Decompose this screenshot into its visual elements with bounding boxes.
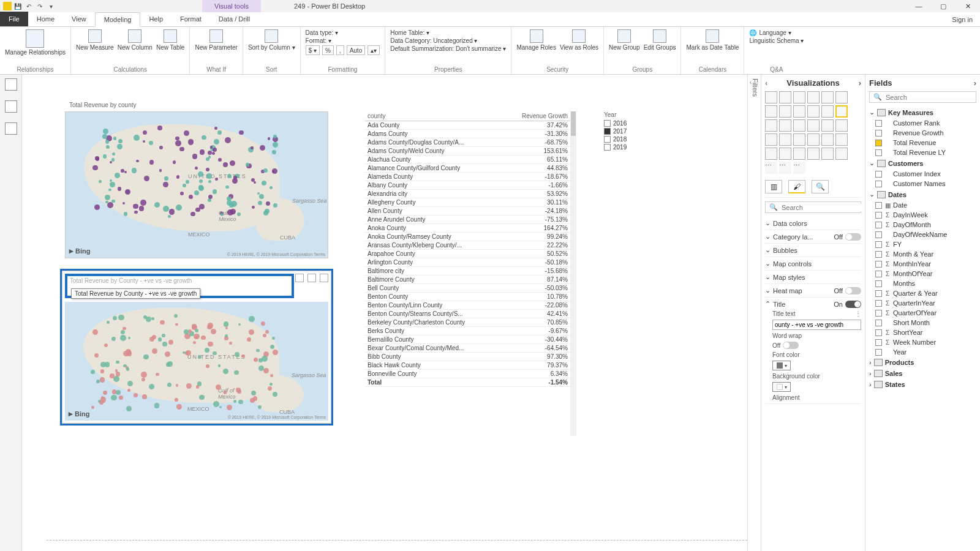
vis-type-icon[interactable] [779, 148, 791, 160]
model-view-icon[interactable] [5, 122, 17, 135]
fields-field-row[interactable]: Revenue Growth [875, 128, 976, 138]
table-row[interactable]: Bernalillo County-30.44% [365, 335, 570, 344]
fmt-bg-color-picker[interactable]: ▾ [772, 382, 791, 392]
vis-type-icon[interactable] [793, 133, 805, 146]
fields-field-row[interactable]: Customer Index [875, 169, 976, 179]
table-row[interactable]: Black Hawk County79.37% [365, 361, 570, 370]
table-row[interactable]: Adams County/Weld County153.61% [365, 147, 570, 156]
tab-view[interactable]: View [63, 12, 95, 26]
page-strip[interactable] [47, 540, 747, 551]
table-row[interactable]: Adams County-31.30% [365, 130, 570, 138]
fields-table-header[interactable]: ›Sales [869, 368, 976, 379]
fields-field-row[interactable]: ΣDayOfMonth [875, 220, 976, 230]
ribbon-manage-relationships[interactable]: Manage Relationships [5, 29, 66, 56]
fmt-heat-map[interactable]: ⌄ Heat mapOff [765, 287, 861, 294]
fmt-map-styles[interactable]: ⌄ Map styles [765, 273, 861, 281]
fields-field-row[interactable]: ΣMonth & Year [875, 249, 976, 259]
fields-field-row[interactable]: ΣDayInWeek [875, 210, 976, 220]
fmt-data-colors[interactable]: ⌄ Data colors [765, 219, 861, 227]
ribbon-percent[interactable]: % [322, 45, 334, 55]
table-row[interactable]: Adams County/Douglas County/A...-68.75% [365, 138, 570, 147]
ribbon-comma[interactable]: , [336, 45, 344, 55]
qat-redo-icon[interactable]: ↷ [35, 1, 45, 11]
report-canvas[interactable]: Total Revenue by county UNITED STATES ME… [22, 75, 747, 551]
table-row[interactable]: Berkeley County/Charleston County70.85% [365, 318, 570, 327]
fmt-font-color-picker[interactable]: ▾ [772, 361, 791, 370]
ribbon-new-measure[interactable]: New Measure [76, 29, 114, 51]
visual-slicer-year[interactable]: Year 2016201720182019 [604, 111, 653, 151]
vis-type-icon[interactable] [793, 91, 805, 103]
qat-save-icon[interactable]: 💾 [13, 1, 23, 11]
ribbon-decimals-auto[interactable]: Auto [347, 45, 366, 55]
window-maximize-icon[interactable]: ▢ [931, 0, 956, 12]
slicer-item[interactable]: 2019 [604, 143, 653, 151]
fields-field-row[interactable]: ΣMonthInYear [875, 259, 976, 269]
filters-pane-collapsed[interactable]: ‹ Filters [747, 75, 761, 551]
vis-type-icon[interactable] [807, 133, 820, 146]
vis-globe-icon[interactable]: ⋯ [779, 162, 791, 174]
fields-table-header[interactable]: ›Products [869, 357, 976, 368]
ribbon-default-summarization[interactable]: Default Summarization: Don't summarize ▾ [390, 45, 506, 52]
vis-type-icon[interactable] [807, 91, 820, 103]
filters-label[interactable]: Filters [752, 78, 759, 97]
fields-field-row[interactable]: Year [875, 347, 976, 357]
visual-map-pos-neg-growth[interactable]: Total Revenue by County - +ve vs -ve gro… [62, 271, 331, 424]
vis-type-icon[interactable] [779, 105, 791, 118]
table-row[interactable]: Bonneville County6.34% [365, 370, 570, 378]
toggle-word-wrap[interactable] [783, 342, 799, 349]
table-row[interactable]: Bexar County/Comal County/Med...-64.54% [365, 344, 570, 353]
vis-type-icon[interactable] [807, 119, 820, 132]
fields-field-row[interactable]: Customer Rank [875, 118, 976, 128]
ribbon-manage-roles[interactable]: Manage Roles [516, 29, 556, 51]
tab-data-drill[interactable]: Data / Drill [210, 12, 258, 26]
tab-file[interactable]: File [0, 12, 28, 26]
vis-type-icon[interactable] [821, 148, 834, 160]
qat-customize-icon[interactable]: ▾ [46, 1, 56, 11]
format-search[interactable]: 🔍 [765, 201, 861, 213]
fields-table-header[interactable]: ⌄Dates [869, 189, 976, 200]
ribbon-new-column[interactable]: New Column [118, 29, 153, 51]
fmt-title-text-input[interactable] [772, 320, 861, 330]
fields-field-row[interactable]: ΣQuarterOfYear [875, 308, 976, 318]
ribbon-data-category[interactable]: Data Category: Uncategorized ▾ [390, 37, 506, 44]
vis-type-icon[interactable] [793, 119, 805, 132]
visual-focus-icon[interactable] [307, 274, 316, 282]
vis-type-icon[interactable] [821, 119, 834, 132]
report-view-icon[interactable] [5, 78, 17, 91]
ribbon-view-as-roles[interactable]: View as Roles [560, 29, 598, 51]
table-header-growth[interactable]: Revenue Growth [502, 111, 570, 121]
vis-type-icon[interactable] [765, 119, 777, 132]
window-close-icon[interactable]: ✕ [956, 0, 980, 12]
table-row[interactable]: Baltimore County87.14% [365, 276, 570, 284]
format-tab-icon[interactable]: 🖌 [788, 180, 805, 193]
fields-field-row[interactable]: ▦Date [875, 200, 976, 210]
visual-table-revenue-growth[interactable]: county Revenue Growth Ada County37.42%Ad… [365, 111, 570, 436]
table-row[interactable]: Bell County-50.03% [365, 284, 570, 293]
fmt-bubbles[interactable]: ⌄ Bubbles [765, 246, 861, 254]
table-row[interactable]: Alamance County/Guilford County44.83% [365, 164, 570, 173]
table-row[interactable]: Allegheny County30.11% [365, 198, 570, 207]
table-header-county[interactable]: county [365, 111, 502, 121]
fields-field-row[interactable]: ΣQuarterInYear [875, 298, 976, 308]
table-row[interactable]: Ada County37.42% [365, 121, 570, 130]
fmt-map-controls[interactable]: ⌄ Map controls [765, 260, 861, 268]
vis-type-icon[interactable] [793, 105, 805, 118]
ribbon-sort-by-column[interactable]: Sort by Column ▾ [248, 29, 295, 51]
table-row[interactable]: Bibb County97.30% [365, 353, 570, 361]
fields-field-row[interactable]: ΣShortYear [875, 328, 976, 337]
slicer-item[interactable]: 2017 [604, 127, 653, 135]
visual-filter-icon[interactable] [295, 274, 304, 282]
vis-type-icon[interactable] [779, 133, 791, 146]
slicer-item[interactable]: 2018 [604, 135, 653, 143]
vis-type-icon[interactable] [835, 91, 848, 103]
vis-more-icon[interactable]: ⋯ [793, 162, 805, 174]
table-row[interactable]: Benton County/Stearns County/S...42.41% [365, 310, 570, 318]
table-row[interactable]: Arapahoe County50.52% [365, 250, 570, 258]
table-row[interactable]: Alachua County65.11% [365, 156, 570, 164]
fmt-title-fx-icon[interactable]: ⋮ [855, 310, 861, 317]
data-view-icon[interactable] [5, 100, 17, 113]
fields-table-header[interactable]: ⌄Key Measures [869, 107, 976, 118]
toggle-heat-map[interactable] [845, 287, 861, 294]
window-minimize-icon[interactable]: — [907, 0, 931, 12]
slicer-item[interactable]: 2016 [604, 119, 653, 127]
